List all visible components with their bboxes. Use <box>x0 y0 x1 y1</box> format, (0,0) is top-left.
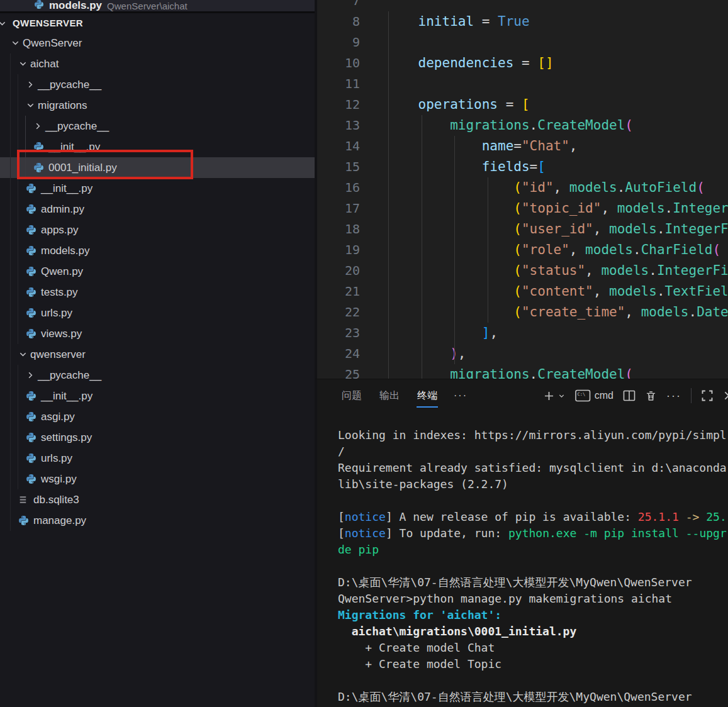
tree-item-migrations[interactable]: migrations <box>0 95 315 116</box>
python-icon <box>26 474 36 484</box>
close-panel-icon[interactable] <box>723 390 728 401</box>
tree-item-models-py[interactable]: models.py <box>0 240 315 261</box>
python-icon <box>26 308 36 318</box>
indent-guide <box>388 11 389 379</box>
line-number: 14 <box>317 136 360 157</box>
tree-item-admin-py[interactable]: admin.py <box>0 199 315 220</box>
tree-item-qwen-py[interactable]: Qwen.py <box>0 261 315 282</box>
tree-item-pycache[interactable]: __pycache__ <box>0 116 315 136</box>
python-icon <box>34 0 44 12</box>
code-line-25[interactable]: 25 migrations.CreateModel( <box>317 364 728 379</box>
code-line-13[interactable]: 13 migrations.CreateModel( <box>317 115 728 136</box>
indent-guide <box>488 177 488 323</box>
code-line-24[interactable]: 24 ), <box>317 343 728 364</box>
code-text: name="Chat", <box>386 136 577 157</box>
tree-item-label: __pycache__ <box>38 79 101 91</box>
line-number: 21 <box>317 281 360 302</box>
tree-item-urls-py[interactable]: urls.py <box>0 448 315 469</box>
database-file-icon <box>18 494 29 505</box>
code-text: initial = True <box>386 11 530 32</box>
indent-guide <box>10 53 11 531</box>
code-line-14[interactable]: 14 name="Chat", <box>317 136 728 157</box>
tree-item-qwenserver[interactable]: QwenServer <box>0 33 315 53</box>
tree-item-pycache[interactable]: __pycache__ <box>0 74 315 95</box>
python-icon <box>18 515 29 526</box>
code-line-15[interactable]: 15 fields=[ <box>317 157 728 177</box>
toolbar-divider <box>691 388 692 403</box>
tree-item-qwenserver[interactable]: qwenserver <box>0 344 315 365</box>
terminal-line: [notice] To update, run: python.exe -m p… <box>338 525 728 542</box>
tree-item-init-py[interactable]: __init__.py <box>0 178 315 199</box>
terminal-line: D:\桌面\华清\07-自然语言处理\大模型开发\MyQwen\QwenServ… <box>338 574 728 591</box>
code-line-12[interactable]: 12 operations = [ <box>317 94 728 115</box>
chevron-right-icon <box>26 80 35 89</box>
terminal-profile-chevron-down-icon[interactable] <box>557 392 566 400</box>
python-icon <box>33 162 44 173</box>
chevron-right-icon <box>33 121 43 131</box>
tree-item-pycache[interactable]: __pycache__ <box>0 365 315 386</box>
tree-item-wsgi-py[interactable]: wsgi.py <box>0 469 315 489</box>
code-editor[interactable]: 78 initial = True910 dependencies = []11… <box>315 0 728 379</box>
tree-item-init-py[interactable]: __init__.py <box>0 386 315 406</box>
tree-item-db-sqlite3[interactable]: db.sqlite3 <box>0 489 315 510</box>
code-line-16[interactable]: 16 ("id", models.AutoField( <box>317 177 728 198</box>
code-text: ("topic_id", models.IntegerField( <box>386 198 728 219</box>
code-line-8[interactable]: 8 initial = True <box>317 11 728 32</box>
tree-item-init-py[interactable]: __init__.py <box>0 136 315 157</box>
code-line-20[interactable]: 20 ("status", models.IntegerField( <box>317 260 728 281</box>
terminal-output[interactable]: Looking in indexes: https://mirrors.aliy… <box>317 427 728 707</box>
explorer-root-label: QWENSERVER <box>13 18 83 28</box>
indent-guide <box>25 116 26 178</box>
code-line-19[interactable]: 19 ("role", models.CharField( <box>317 240 728 260</box>
more-actions-icon[interactable]: ··· <box>666 389 681 403</box>
code-text: operations = [ <box>386 94 530 115</box>
code-line-9[interactable]: 9 <box>317 32 728 53</box>
tree-item-manage-py[interactable]: manage.py <box>0 510 315 531</box>
code-line-7[interactable]: 7 <box>317 0 728 11</box>
tab-problems[interactable]: 问题 <box>335 386 368 406</box>
indent-guide <box>18 365 18 489</box>
code-line-21[interactable]: 21 ("content", models.TextField( <box>317 281 728 302</box>
tree-item-label: __init__.py <box>41 390 92 403</box>
code-text: dependencies = [] <box>386 53 554 74</box>
code-line-10[interactable]: 10 dependencies = [] <box>317 53 728 74</box>
tab-output[interactable]: 输出 <box>373 386 406 406</box>
tree-item-views-py[interactable]: views.py <box>0 323 315 344</box>
terminal-line: de pip <box>338 542 728 558</box>
tree-item-0001-initial-py[interactable]: 0001_initial.py <box>0 157 315 178</box>
terminal-instance-item[interactable]: C:\ cmd <box>575 389 613 402</box>
new-terminal-plus-icon[interactable] <box>543 390 555 402</box>
code-line-11[interactable]: 11 <box>317 74 728 94</box>
tree-item-tests-py[interactable]: tests.py <box>0 282 315 303</box>
chevron-down-icon <box>18 350 28 359</box>
tree-item-apps-py[interactable]: apps.py <box>0 220 315 240</box>
tree-item-asgi-py[interactable]: asgi.py <box>0 406 315 427</box>
explorer-section-header[interactable]: QWENSERVER <box>0 13 315 33</box>
tree-item-urls-py[interactable]: urls.py <box>0 303 315 323</box>
code-text: migrations.CreateModel( <box>386 115 633 136</box>
split-terminal-icon[interactable] <box>623 390 636 401</box>
tree-item-label: 0001_initial.py <box>48 162 117 174</box>
panel-tabs-more-icon[interactable]: ··· <box>449 386 473 405</box>
python-icon <box>26 225 36 235</box>
open-editor-item[interactable]: models.py QwenServer\aichat <box>0 0 315 13</box>
kill-terminal-trash-icon[interactable] <box>645 390 657 402</box>
tree-item-label: db.sqlite3 <box>33 494 79 506</box>
code-line-17[interactable]: 17 ("topic_id", models.IntegerField( <box>317 198 728 219</box>
chevron-down-icon <box>26 101 35 110</box>
tree-item-aichat[interactable]: aichat <box>0 53 315 74</box>
code-line-22[interactable]: 22 ("create_time", models.DateTimeField( <box>317 302 728 323</box>
line-number: 10 <box>317 53 360 74</box>
terminal-line <box>338 558 728 574</box>
code-line-18[interactable]: 18 ("user_id", models.IntegerField( <box>317 219 728 240</box>
tab-terminal[interactable]: 终端 <box>411 386 444 406</box>
indent-guide <box>454 136 455 364</box>
code-line-23[interactable]: 23 ], <box>317 323 728 343</box>
tree-item-label: views.py <box>41 328 82 340</box>
maximize-panel-icon[interactable] <box>701 389 714 402</box>
line-number: 16 <box>317 177 360 198</box>
python-icon <box>26 183 36 194</box>
tree-item-settings-py[interactable]: settings.py <box>0 427 315 448</box>
python-icon <box>26 328 36 339</box>
python-icon <box>26 411 36 422</box>
